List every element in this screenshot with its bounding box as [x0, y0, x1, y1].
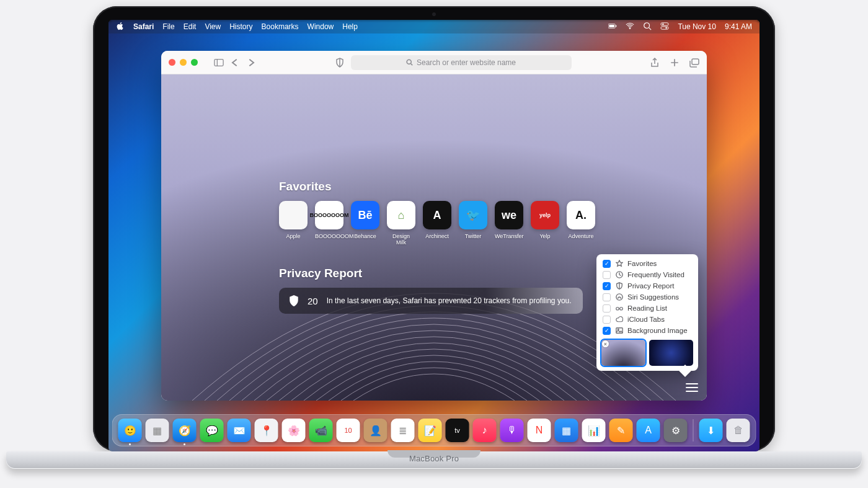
dock-app-launchpad[interactable]: ▦ — [146, 419, 169, 442]
menubar-item[interactable]: View — [205, 22, 221, 31]
clock-icon — [615, 271, 623, 278]
customize-start-page-button[interactable] — [686, 383, 698, 392]
dock-app-reminders[interactable]: ≣ — [391, 419, 415, 442]
menubar-date[interactable]: Tue Nov 10 — [678, 22, 716, 31]
favorite-design-milk[interactable]: ⌂Design Milk — [387, 201, 415, 246]
dock-app-numbers[interactable]: 📊 — [582, 419, 606, 442]
menubar-item[interactable]: File — [162, 22, 174, 31]
menubar-item[interactable]: Help — [342, 22, 358, 31]
menubar-item[interactable]: Edit — [184, 22, 197, 31]
dock-app-app-store[interactable]: A — [637, 419, 660, 442]
favorite-twitter[interactable]: 🐦Twitter — [459, 201, 487, 246]
dock-app-mail[interactable]: ✉️ — [228, 419, 251, 442]
dock-app-safari[interactable]: 🧭 — [173, 419, 197, 442]
dock-app-contacts[interactable]: 👤 — [364, 419, 388, 442]
new-tab-icon[interactable] — [670, 58, 680, 68]
shield-icon — [289, 295, 299, 306]
dock-app-music[interactable]: ♪ — [473, 419, 497, 442]
dock-app-maps[interactable]: 📍 — [255, 419, 278, 442]
dock-app-pages[interactable]: ✎ — [609, 419, 633, 442]
close-button[interactable] — [169, 59, 175, 66]
dock-app-facetime[interactable]: 📹 — [309, 419, 333, 442]
customize-option-frequently-visited[interactable]: Frequently Visited — [596, 269, 698, 280]
favorite-apple[interactable]: Apple — [279, 201, 308, 246]
favorite-adventure[interactable]: A.Adventure — [567, 201, 595, 246]
checkbox[interactable] — [603, 327, 611, 335]
star-icon — [615, 260, 623, 267]
shield-icon — [615, 282, 623, 290]
option-label: iCloud Tabs — [627, 316, 665, 323]
favorite-yelp[interactable]: yelpYelp — [531, 201, 559, 246]
menubar-app-name[interactable]: Safari — [133, 22, 154, 31]
svg-rect-2 — [609, 24, 614, 27]
svg-rect-1 — [616, 25, 616, 27]
apple-menu-icon[interactable] — [116, 22, 125, 32]
customize-option-reading-list[interactable]: Reading List — [596, 303, 698, 314]
remove-bg-icon[interactable]: × — [602, 340, 609, 347]
favorites-grid: AppleBOOOOOOOMBOOOOOOOMBēBehance⌂Design … — [279, 201, 583, 246]
battery-icon[interactable] — [608, 22, 617, 32]
control-center-icon[interactable] — [660, 22, 669, 32]
safari-window: Search or enter website name — [161, 51, 707, 401]
dock-app-downloads[interactable]: ⬇︎ — [699, 419, 723, 442]
fullscreen-button[interactable] — [191, 59, 198, 66]
address-bar[interactable]: Search or enter website name — [351, 55, 572, 70]
checkbox[interactable] — [603, 282, 611, 290]
dock-app-tv[interactable]: tv — [446, 419, 469, 442]
menubar-item[interactable]: Window — [308, 22, 334, 31]
camera — [432, 12, 436, 16]
privacy-shield-icon[interactable] — [335, 58, 345, 68]
tab-overview-icon[interactable] — [689, 58, 699, 68]
svg-rect-10 — [692, 59, 699, 64]
dock-app-news[interactable]: N — [528, 419, 551, 442]
cloud-icon — [615, 316, 623, 323]
screen-bezel: Safari File Edit View History Bookmarks … — [93, 6, 775, 451]
svg-point-6 — [663, 23, 664, 24]
privacy-report-card[interactable]: 20 In the last seven days, Safari has pr… — [279, 288, 583, 314]
share-icon[interactable] — [650, 58, 660, 68]
dock-app-system-preferences[interactable]: ⚙︎ — [664, 419, 688, 442]
checkbox[interactable] — [603, 271, 611, 279]
favorite-behance[interactable]: BēBehance — [351, 201, 379, 246]
checkbox[interactable] — [603, 260, 611, 268]
favorite-wetransfer[interactable]: weWeTransfer — [495, 201, 523, 246]
minimize-button[interactable] — [180, 59, 187, 66]
menubar-time[interactable]: 9:41 AM — [725, 22, 752, 31]
customize-option-favorites[interactable]: Favorites — [596, 258, 698, 269]
dock-app-notes[interactable]: 📝 — [418, 419, 442, 442]
menubar-item[interactable]: History — [229, 22, 252, 31]
sidebar-toggle-icon[interactable] — [214, 58, 224, 68]
nav-back-icon[interactable] — [230, 58, 240, 68]
spotlight-icon[interactable] — [643, 22, 652, 32]
customize-option-icloud-tabs[interactable]: iCloud Tabs — [596, 314, 698, 325]
customize-option-privacy-report[interactable]: Privacy Report — [596, 280, 698, 291]
option-label: Reading List — [627, 304, 667, 312]
bg-thumbnail-1[interactable]: × — [601, 340, 645, 366]
glasses-icon — [615, 304, 623, 312]
customize-option-background-image[interactable]: Background Image — [596, 325, 698, 336]
menubar-item[interactable]: Bookmarks — [262, 22, 299, 31]
favorite-archinect[interactable]: AArchinect — [423, 201, 451, 246]
dock-app-keynote[interactable]: ▦ — [555, 419, 578, 442]
checkbox[interactable] — [603, 293, 611, 301]
svg-point-17 — [618, 329, 619, 330]
checkbox[interactable] — [603, 304, 611, 313]
safari-start-page: Favorites AppleBOOOOOOOMBOOOOOOOMBēBehan… — [161, 74, 707, 401]
dock-app-trash[interactable]: 🗑 — [727, 419, 750, 442]
dock-app-photos[interactable]: 🌸 — [282, 419, 306, 442]
dock-app-finder[interactable]: 🙂 — [118, 419, 142, 442]
dock-separator — [693, 419, 694, 441]
checkbox[interactable] — [603, 316, 611, 324]
bg-thumbnail-2[interactable] — [649, 340, 693, 366]
dock-app-calendar[interactable]: 10 — [337, 419, 360, 442]
dock-app-podcasts[interactable]: 🎙 — [500, 419, 524, 442]
wifi-icon[interactable] — [626, 22, 634, 32]
customize-option-siri-suggestions[interactable]: Siri Suggestions — [596, 291, 698, 303]
address-placeholder: Search or enter website name — [417, 58, 516, 67]
nav-forward-icon[interactable] — [246, 58, 256, 68]
favorite-booooooom[interactable]: BOOOOOOOMBOOOOOOOM — [315, 201, 343, 246]
svg-rect-4 — [661, 22, 668, 25]
customize-start-page-popover: Favorites Frequently Visited Privacy Rep… — [596, 254, 698, 371]
macbook-frame: Safari File Edit View History Bookmarks … — [93, 6, 775, 451]
dock-app-messages[interactable]: 💬 — [200, 419, 224, 442]
